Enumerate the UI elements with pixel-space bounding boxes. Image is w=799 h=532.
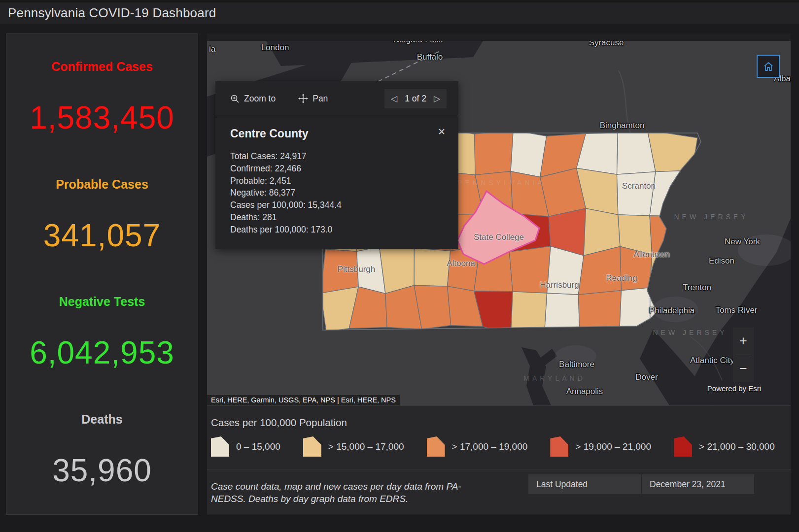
pan-button[interactable]: Pan [298, 94, 328, 104]
popup-title: Centre County [230, 127, 444, 140]
legend-swatch [211, 436, 229, 457]
zoom-control: + − [733, 328, 754, 382]
covid-choropleth-map[interactable]: iaLondonNiagara FallsBuffaloSyracuseBing… [207, 41, 791, 405]
legend-title: Cases per 100,000 Population [211, 417, 787, 429]
legend-item: > 21,000 – 30,000 [674, 436, 775, 457]
legend-swatch [674, 436, 692, 457]
legend-label: > 19,000 – 21,000 [575, 441, 651, 452]
popup-pager: ◁ 1 of 2 ▷ [384, 89, 447, 108]
page-title: Pennsylvania COVID-19 Dashboard [8, 5, 216, 21]
county-shape[interactable] [475, 131, 513, 175]
stat-confirmed-cases: Confirmed Cases 1,583,450 [30, 60, 174, 136]
stat-value: 35,960 [52, 452, 152, 489]
feature-popup: Zoom to Pan [215, 81, 458, 249]
stat-label: Probable Cases [56, 177, 148, 192]
map-top-gap [207, 33, 791, 41]
popup-fields: Total Cases: 24,917Confirmed: 22,466Prob… [230, 150, 444, 236]
county-shape[interactable] [321, 249, 359, 293]
legend-swatch [550, 436, 568, 457]
legend-swatch [427, 436, 445, 457]
popup-field: Confirmed: 22,466 [230, 163, 444, 175]
map-panel: iaLondonNiagara FallsBuffaloSyracuseBing… [207, 33, 791, 515]
map-legend: Cases per 100,000 Population 0 – 15,000>… [207, 405, 791, 469]
zoom-in-button[interactable]: + [733, 328, 754, 355]
legend-label: > 15,000 – 17,000 [328, 441, 404, 452]
legend-item: > 17,000 – 19,000 [427, 436, 528, 457]
legend-label: > 21,000 – 30,000 [699, 441, 775, 452]
popup-field: Cases per 100,000: 15,344.4 [230, 199, 444, 211]
popup-toolbar: Zoom to Pan [215, 81, 458, 116]
pan-arrows-icon [298, 94, 308, 103]
legend-item: > 19,000 – 21,000 [550, 436, 651, 457]
county-shape[interactable] [620, 246, 652, 290]
stat-label: Confirmed Cases [51, 60, 153, 74]
app-header: Pennsylvania COVID-19 Dashboard [0, 0, 799, 24]
legend-swatch [303, 436, 321, 457]
pager-next-button[interactable]: ▷ [434, 94, 440, 104]
home-extent-button[interactable] [757, 55, 780, 78]
close-icon[interactable]: ✕ [438, 126, 446, 137]
popup-field: Total Cases: 24,917 [230, 150, 444, 163]
stat-value: 6,042,953 [30, 334, 174, 371]
last-updated-label: Last Updated [528, 474, 641, 494]
home-icon [763, 61, 774, 72]
map-attribution: Esri, HERE, Garmin, USGS, EPA, NPS | Esr… [207, 395, 400, 405]
popup-field: Deaths: 281 [230, 211, 444, 224]
county-shape[interactable] [509, 246, 551, 293]
pan-label: Pan [313, 94, 328, 104]
legend-label: 0 – 15,000 [236, 441, 280, 452]
last-updated-value: December 23, 2021 [642, 474, 754, 494]
popup-body: Centre County ✕ Total Cases: 24,917Confi… [215, 116, 458, 249]
urban-area [653, 297, 698, 322]
urban-area [555, 345, 596, 367]
legend-label: > 17,000 – 19,000 [452, 441, 528, 452]
stat-value: 1,583,450 [30, 100, 174, 136]
county-shape[interactable] [617, 172, 655, 216]
pager-label: 1 of 2 [405, 94, 426, 104]
stat-label: Deaths [81, 412, 122, 427]
legend-item: > 15,000 – 17,000 [303, 436, 404, 457]
footer-row: Case count data, map and new cases per d… [207, 469, 791, 514]
stat-value: 341,057 [43, 217, 161, 254]
last-updated: Last Updated December 23, 2021 [528, 474, 754, 494]
pager-prev-button[interactable]: ◁ [391, 94, 397, 104]
stat-label: Negative Tests [59, 295, 145, 309]
magnifier-plus-icon [230, 94, 240, 103]
county-shape[interactable] [414, 248, 450, 286]
popup-field: Negative: 86,377 [230, 187, 444, 199]
legend-item: 0 – 15,000 [211, 436, 280, 457]
zoom-to-button[interactable]: Zoom to [230, 94, 276, 104]
popup-field: Deaths per 100,000: 173.0 [230, 224, 444, 236]
stat-negative-tests: Negative Tests 6,042,953 [30, 295, 174, 371]
zoom-out-button[interactable]: − [733, 355, 754, 382]
popup-field: Probable: 2,451 [230, 175, 444, 187]
zoom-to-label: Zoom to [244, 94, 276, 104]
legend-items: 0 – 15,000> 15,000 – 17,000> 17,000 – 19… [211, 436, 787, 457]
stat-deaths: Deaths 35,960 [52, 412, 152, 489]
powered-by-esri: Powered by Esri [707, 384, 761, 393]
stats-sidebar: Confirmed Cases 1,583,450 Probable Cases… [6, 33, 198, 515]
source-note: Case count data, map and new cases per d… [211, 480, 489, 505]
stat-probable-cases: Probable Cases 341,057 [43, 177, 161, 254]
